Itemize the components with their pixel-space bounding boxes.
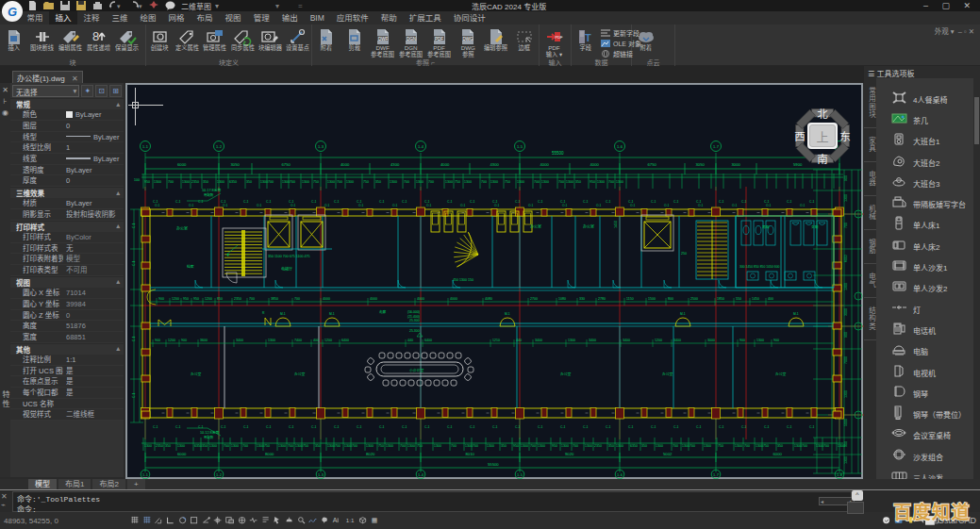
- svg-text:C-1: C-1: [606, 425, 611, 429]
- svg-text:O-1: O-1: [324, 204, 330, 207]
- svg-text:3050: 3050: [231, 162, 241, 167]
- svg-text:女厕: 女厕: [811, 224, 819, 229]
- svg-text:C-1: C-1: [175, 425, 181, 429]
- svg-text:1300: 1300: [278, 444, 286, 448]
- svg-text:350: 350: [501, 444, 507, 448]
- svg-text:西: 西: [794, 131, 806, 142]
- svg-text:1300: 1300: [844, 390, 848, 398]
- svg-text:O-1: O-1: [800, 204, 806, 207]
- svg-text:700: 700: [451, 444, 457, 448]
- svg-text:700: 700: [337, 180, 342, 184]
- svg-text:900: 900: [155, 339, 160, 342]
- svg-text:350: 350: [575, 180, 581, 184]
- svg-text:O-1: O-1: [664, 204, 670, 207]
- svg-text:1300: 1300: [656, 444, 663, 448]
- svg-text:700: 700: [268, 180, 274, 184]
- svg-text:700: 700: [673, 444, 678, 448]
- svg-text:C-1: C-1: [132, 223, 136, 228]
- svg-text:1300: 1300: [704, 444, 711, 448]
- svg-text:1080: 1080: [558, 297, 566, 301]
- svg-text:7000: 7000: [844, 356, 848, 364]
- svg-text:▾: ▾: [117, 3, 121, 9]
- svg-text:5000: 5000: [844, 419, 848, 426]
- svg-text:C-1: C-1: [132, 392, 136, 398]
- svg-text:O-1: O-1: [223, 204, 228, 207]
- svg-text:O-1: O-1: [630, 204, 636, 207]
- svg-text:3400: 3400: [673, 339, 681, 342]
- svg-text:O-1: O-1: [698, 204, 704, 207]
- svg-text:1300: 1300: [445, 180, 453, 184]
- svg-text:1300: 1300: [568, 339, 575, 342]
- svg-text:350: 350: [246, 180, 252, 184]
- svg-text:950: 950: [590, 180, 595, 184]
- svg-text:C-1: C-1: [447, 425, 453, 429]
- svg-text:850: 850: [217, 297, 223, 301]
- svg-text:250: 250: [681, 252, 687, 256]
- svg-text:C-1: C-1: [764, 425, 770, 429]
- svg-text:C-1: C-1: [243, 200, 249, 204]
- svg-text:C-1: C-1: [470, 425, 475, 429]
- svg-text:O-1: O-1: [189, 204, 194, 207]
- svg-text:6350: 6350: [229, 180, 237, 184]
- svg-text:PDF: PDF: [435, 37, 443, 41]
- svg-text:700: 700: [530, 444, 536, 448]
- svg-text:北: 北: [817, 108, 828, 120]
- svg-text:1300: 1300: [209, 444, 217, 448]
- svg-text:1-7: 1-7: [713, 472, 720, 477]
- svg-text:1300: 1300: [844, 194, 848, 202]
- svg-text:55500: 55500: [552, 151, 564, 156]
- svg-text:1300: 1300: [268, 339, 275, 342]
- svg-text:6000: 6000: [773, 452, 783, 456]
- svg-text:C-1: C-1: [741, 200, 747, 204]
- svg-text:400: 400: [313, 339, 319, 342]
- svg-text:百度知道: 百度知道: [893, 502, 971, 522]
- svg-text:25.300: 25.300: [409, 329, 420, 333]
- svg-text:1-5: 1-5: [517, 472, 523, 477]
- svg-text:1300: 1300: [517, 180, 524, 184]
- svg-text:6400: 6400: [424, 339, 432, 342]
- svg-text:1-6: 1-6: [617, 144, 623, 149]
- svg-text:DWF: DWF: [378, 37, 388, 41]
- svg-text:▾: ▾: [139, 3, 142, 9]
- svg-text:4000: 4000: [440, 162, 450, 167]
- svg-text:450 1300 150: 450 1300 150: [453, 278, 473, 282]
- svg-text:8020: 8020: [366, 452, 375, 456]
- svg-text:700: 700: [249, 297, 255, 301]
- svg-text:C-1: C-1: [424, 425, 430, 429]
- svg-text:440: 440: [407, 339, 413, 342]
- svg-text:1-3: 1-3: [318, 472, 324, 477]
- svg-text:1200: 1200: [324, 339, 332, 342]
- svg-text:3400: 3400: [236, 339, 243, 342]
- svg-text:办公室: 办公室: [294, 372, 306, 376]
- svg-text:PDF: PDF: [556, 35, 564, 40]
- svg-text:700: 700: [294, 297, 300, 301]
- svg-text:350: 350: [202, 444, 208, 448]
- svg-text:1200: 1200: [172, 297, 179, 301]
- svg-text:C-1: C-1: [809, 425, 815, 429]
- svg-text:东: 东: [839, 131, 851, 142]
- svg-text:C-1: C-1: [492, 425, 498, 429]
- svg-text:3400: 3400: [589, 339, 596, 342]
- svg-text:4300: 4300: [490, 162, 500, 167]
- svg-text:C-1: C-1: [741, 425, 747, 429]
- svg-text:C-1: C-1: [198, 200, 204, 204]
- svg-text:C-1: C-1: [787, 200, 792, 204]
- svg-text:950: 950: [513, 444, 519, 448]
- svg-text:750: 750: [378, 444, 384, 448]
- svg-text:700: 700: [473, 444, 478, 448]
- svg-text:C-1: C-1: [132, 336, 136, 341]
- svg-text:900: 900: [844, 175, 848, 181]
- svg-text:950: 950: [552, 444, 557, 448]
- svg-text:950: 950: [183, 297, 189, 301]
- svg-text:8000: 8000: [265, 452, 274, 456]
- svg-text:O-1: O-1: [155, 204, 160, 207]
- svg-text:男厕: 男厕: [762, 224, 770, 229]
- svg-text:750: 750: [363, 180, 369, 184]
- svg-text:办公室: 办公室: [176, 225, 188, 231]
- svg-text:1300: 1300: [844, 456, 848, 464]
- svg-text:700: 700: [428, 180, 434, 184]
- svg-text:C-1: C-1: [175, 200, 181, 204]
- svg-text:2500: 2500: [690, 297, 698, 301]
- svg-text:用配筋: 用配筋: [204, 435, 214, 439]
- svg-text:M-1: M-1: [680, 312, 686, 316]
